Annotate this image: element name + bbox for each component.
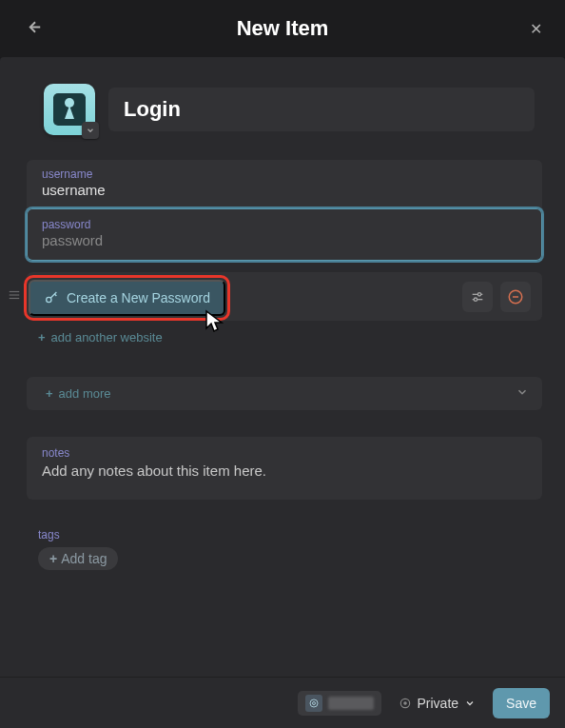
title-row xyxy=(19,84,546,135)
svg-point-13 xyxy=(403,701,405,703)
password-label: password xyxy=(42,218,527,231)
add-tag-label: Add tag xyxy=(61,551,107,566)
add-more-button[interactable]: + add more xyxy=(27,377,127,410)
svg-point-4 xyxy=(477,292,480,295)
add-more-block[interactable]: + add more xyxy=(27,377,542,410)
vault-selector[interactable]: Private xyxy=(389,690,486,717)
add-tag-button[interactable]: + Add tag xyxy=(38,547,118,570)
vault-name-redacted xyxy=(328,697,374,710)
tags-label: tags xyxy=(38,528,546,541)
save-button[interactable]: Save xyxy=(493,688,550,718)
item-title-input[interactable] xyxy=(108,88,535,131)
item-icon[interactable] xyxy=(44,84,95,135)
header: New Item ✕ xyxy=(0,0,565,57)
plus-icon: + xyxy=(49,551,57,566)
password-field[interactable]: password xyxy=(27,208,542,261)
svg-point-9 xyxy=(47,297,51,302)
close-icon: ✕ xyxy=(530,21,542,37)
close-button[interactable]: ✕ xyxy=(530,20,542,38)
credentials-block: username password xyxy=(27,160,542,261)
website-actions xyxy=(462,282,542,312)
plus-icon: + xyxy=(46,386,53,401)
vault-label: Private xyxy=(418,696,459,711)
username-label: username xyxy=(42,167,527,181)
expand-button[interactable] xyxy=(516,385,529,403)
minus-circle-icon xyxy=(507,288,524,305)
svg-point-10 xyxy=(310,699,318,707)
notes-input[interactable]: Add any notes about this item here. xyxy=(42,462,527,479)
svg-point-11 xyxy=(312,701,315,704)
back-button[interactable] xyxy=(23,15,48,43)
website-remove-button[interactable] xyxy=(500,282,531,312)
create-password-popover: Create a New Password xyxy=(29,280,225,316)
sliders-icon xyxy=(470,289,485,305)
page-title: New Item xyxy=(237,16,329,41)
drag-handle-icon[interactable] xyxy=(8,287,21,305)
add-website-button[interactable]: + add another website xyxy=(19,321,178,354)
username-field[interactable]: username xyxy=(27,160,542,208)
notes-label: notes xyxy=(42,446,527,460)
notes-block[interactable]: notes Add any notes about this item here… xyxy=(27,437,542,500)
chevron-down-icon xyxy=(464,698,476,709)
add-website-label: add another website xyxy=(51,330,163,344)
svg-point-6 xyxy=(474,298,477,301)
add-more-label: add more xyxy=(59,386,111,401)
vault-icon xyxy=(305,695,322,712)
icon-picker-chevron[interactable] xyxy=(82,122,99,139)
keyhole-icon xyxy=(62,98,77,121)
chevron-down-icon xyxy=(86,126,95,135)
plus-icon: + xyxy=(38,330,46,344)
tags-block: tags + Add tag xyxy=(38,528,546,570)
create-password-button[interactable]: Create a New Password xyxy=(29,280,225,316)
create-password-label: Create a New Password xyxy=(67,290,210,305)
username-input[interactable] xyxy=(42,182,527,198)
chevron-down-icon xyxy=(516,385,529,399)
arrow-left-icon xyxy=(27,19,44,36)
vault-chip[interactable] xyxy=(298,691,381,716)
key-icon xyxy=(44,290,59,305)
content-area: username password website xyxy=(0,57,565,677)
website-settings-button[interactable] xyxy=(462,282,493,312)
password-input[interactable] xyxy=(42,232,527,248)
circle-icon xyxy=(399,697,412,710)
footer: Private Save xyxy=(0,677,565,728)
